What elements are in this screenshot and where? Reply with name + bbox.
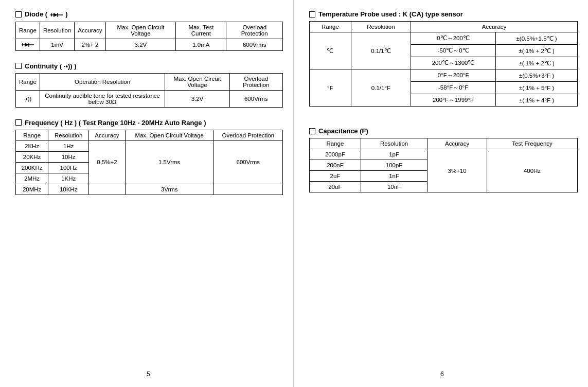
cap-checkbox-icon <box>309 128 315 134</box>
freq-r3-res: 100Hz <box>48 162 89 173</box>
diode-title: Diode ( ) <box>15 10 283 19</box>
cap-r1-range: 2000pF <box>310 149 361 160</box>
capacitance-section: Capacitance (F) Range Resolution Accurac… <box>309 127 578 192</box>
cap-r1-freq: 400Hz <box>487 149 578 192</box>
freq-r3-range: 200KHz <box>16 162 48 173</box>
frequency-checkbox-icon <box>15 119 22 126</box>
temperature-table: Range Resolution Accuracy ℃ 0.1/1℃ 0℃～20… <box>309 21 578 107</box>
temp-checkbox-icon <box>309 11 315 17</box>
cont-header-opres: Operation Resolution <box>40 73 165 90</box>
diode-title-text: Diode ( ) <box>25 10 68 19</box>
diode-header-accuracy: Accuracy <box>75 22 105 39</box>
continuity-title-text: Continuity ( ·•)) ) <box>25 62 77 70</box>
temp-f2-acc: ±( 1% + 5°F ) <box>496 82 578 94</box>
frequency-section: Frequency ( Hz ) ( Test Range 10Hz - 20M… <box>15 119 283 195</box>
freq-header-accuracy: Accuracy <box>89 130 126 140</box>
cap-r1-res: 1pF <box>361 149 427 160</box>
freq-r5-maxopen: 3Vrms <box>125 184 213 195</box>
temp-c3-range: 200℃～1300℃ <box>411 57 495 69</box>
temp-row-c1: ℃ 0.1/1℃ 0℃～200℃ ±(0.5%+1.5℃ ) <box>310 32 578 45</box>
page-number-left: 5 <box>147 371 150 378</box>
cont-header-overload: Overload Protection <box>229 73 282 90</box>
capacitance-table: Range Resolution Accuracy Test Frequency… <box>309 138 578 192</box>
cap-r3-range: 2uF <box>310 171 361 182</box>
diode-header-overload: Overload Protection <box>226 22 283 39</box>
cont-cell-range: ·•)) <box>16 90 40 107</box>
temperature-section: Temperature Probe used : K (CA) type sen… <box>309 10 578 107</box>
capacitance-title-text: Capacitance (F) <box>318 127 368 135</box>
freq-r1-overload: 600Vrms <box>213 140 282 184</box>
temp-f1-acc: ±(0.5%+3°F ) <box>496 69 578 82</box>
diode-header-maxtest: Max. Test Current <box>176 22 226 39</box>
cont-header-maxopen: Max. Open Circuit Voltage <box>165 73 229 90</box>
svg-marker-5 <box>25 43 29 47</box>
frequency-title: Frequency ( Hz ) ( Test Range 10Hz - 20M… <box>15 119 283 127</box>
diode-cell-maxopen: 3.2V <box>105 39 176 50</box>
freq-r1-acc: 0.5%+2 <box>89 140 126 184</box>
freq-r5-overload <box>213 184 282 195</box>
page-right: Temperature Probe used : K (CA) type sen… <box>294 0 588 387</box>
freq-row-1: 2KHz 1Hz 0.5%+2 1.5Vrms 600Vrms <box>16 140 283 151</box>
temperature-title-text: Temperature Probe used : K (CA) type sen… <box>318 10 463 18</box>
continuity-checkbox-icon <box>15 63 22 69</box>
freq-r5-range: 20MHz <box>16 184 48 195</box>
temp-header-range: Range <box>310 22 351 32</box>
diode-header-resolution: Resolution <box>40 22 74 39</box>
page-number-right: 6 <box>440 371 444 378</box>
temp-f-range: °F <box>310 69 351 107</box>
cap-header-range: Range <box>310 138 361 149</box>
diode-cell-resolution: 1mV <box>40 39 74 50</box>
temp-c-res: 0.1/1℃ <box>351 32 411 69</box>
freq-header-range: Range <box>16 130 48 140</box>
freq-row-5: 20MHz 10KHz 3Vrms <box>16 184 283 195</box>
temperature-title: Temperature Probe used : K (CA) type sen… <box>309 10 578 18</box>
cap-row-1: 2000pF 1pF 3%+10 400Hz <box>310 149 578 160</box>
continuity-title: Continuity ( ·•)) ) <box>15 62 283 70</box>
diode-row: 1mV 2%+ 2 3.2V 1.0mA 600Vrms <box>16 39 283 50</box>
temp-c2-acc: ±( 1% + 2℃ ) <box>496 45 578 57</box>
temp-f3-acc: ±( 1% + 4°F ) <box>496 94 578 107</box>
freq-r4-res: 1KHz <box>48 173 89 184</box>
page-container: Diode ( ) Range Resolution Accuracy <box>0 0 588 387</box>
diode-range-symbol-icon <box>21 41 35 48</box>
temp-c-range: ℃ <box>310 32 351 69</box>
temp-f3-range: 200°F～1999°F <box>411 94 495 107</box>
temp-header-resolution: Resolution <box>351 22 411 32</box>
capacitance-title: Capacitance (F) <box>309 127 578 135</box>
freq-r1-res: 1Hz <box>48 140 89 151</box>
temp-f2-range: -58°F～0°F <box>411 82 495 94</box>
temp-header-accuracy: Accuracy <box>411 22 577 32</box>
freq-r4-range: 2MHz <box>16 173 48 184</box>
diode-header-range: Range <box>16 22 40 39</box>
diode-cell-accuracy: 2%+ 2 <box>75 39 105 50</box>
diode-cell-maxtest: 1.0mA <box>176 39 226 50</box>
cap-r4-range: 20uF <box>310 182 361 192</box>
cap-r2-range: 200nF <box>310 160 361 171</box>
frequency-table: Range Resolution Accuracy Max. Open Circ… <box>15 130 283 195</box>
frequency-title-text: Frequency ( Hz ) ( Test Range 10Hz - 20M… <box>25 119 206 127</box>
freq-r2-range: 20KHz <box>16 151 48 162</box>
continuity-row: ·•)) Continuity audible tone for tested … <box>16 90 283 107</box>
freq-header-resolution: Resolution <box>48 130 89 140</box>
cap-header-testfreq: Test Frequency <box>487 138 578 149</box>
temp-c3-acc: ±( 1% + 2℃ ) <box>496 57 578 69</box>
freq-r5-acc <box>89 184 126 195</box>
cap-header-accuracy: Accuracy <box>427 138 487 149</box>
temp-c1-range: 0℃～200℃ <box>411 32 495 45</box>
cap-r1-acc: 3%+10 <box>427 149 487 192</box>
cont-cell-protection: 600Vrms <box>229 90 282 107</box>
continuity-section: Continuity ( ·•)) ) Range Operation Reso… <box>15 62 283 108</box>
svg-marker-1 <box>54 13 58 17</box>
diode-cell-overload: 600Vrms <box>226 39 283 50</box>
diode-cell-range <box>16 39 40 50</box>
freq-header-overload: Overload Protection <box>213 130 282 140</box>
diode-table: Range Resolution Accuracy Max. Open Circ… <box>15 22 283 51</box>
temp-c1-acc: ±(0.5%+1.5℃ ) <box>496 32 578 45</box>
cont-cell-voltage: 3.2V <box>165 90 229 107</box>
temp-row-f1: °F 0.1/1°F 0°F～200°F ±(0.5%+3°F ) <box>310 69 578 82</box>
freq-r2-res: 10Hz <box>48 151 89 162</box>
cap-r3-res: 1nF <box>361 171 427 182</box>
diode-symbol-icon <box>49 11 64 19</box>
cap-r4-res: 10nF <box>361 182 427 192</box>
freq-r5-res: 10KHz <box>48 184 89 195</box>
